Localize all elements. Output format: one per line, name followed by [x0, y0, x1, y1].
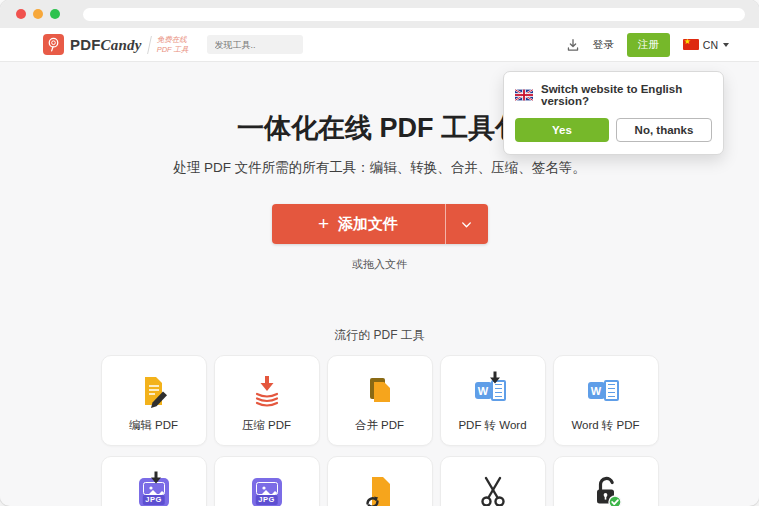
browser-window: PDFCandy 免费在线 PDF 工具 登录 注册 ★ CN 一体化: [0, 0, 759, 506]
popup-yes-button[interactable]: Yes: [515, 118, 609, 142]
pdfcandy-logo[interactable]: PDFCandy 免费在线 PDF 工具: [43, 34, 189, 55]
tool-card-merge-pdf[interactable]: 合并 PDF: [327, 355, 433, 446]
popup-no-button[interactable]: No, thanks: [616, 118, 712, 142]
tool-card-word-to-pdf[interactable]: W Word 转 PDF: [553, 355, 659, 446]
compress-pdf-icon: [249, 373, 285, 409]
chevron-down-icon: [723, 43, 729, 47]
tool-card-label: 合并 PDF: [355, 418, 404, 433]
convert-pdf-icon: [362, 474, 398, 506]
minimize-window-button[interactable]: [33, 9, 43, 19]
drag-drop-hint: 或拖入文件: [0, 257, 759, 272]
tool-card-label: PDF 转 Word: [458, 418, 526, 433]
header-actions: 登录 注册 ★ CN: [566, 33, 729, 57]
cn-flag-icon: ★: [683, 39, 699, 50]
close-window-button[interactable]: [16, 9, 26, 19]
jpg-to-pdf-icon: JPG: [136, 474, 172, 506]
tool-card-compress-pdf[interactable]: 压缩 PDF: [214, 355, 320, 446]
unlock-pdf-icon: [588, 474, 624, 506]
tool-card-unlock-pdf[interactable]: [553, 456, 659, 506]
language-selector[interactable]: ★ CN: [683, 39, 729, 51]
split-pdf-icon: [475, 474, 511, 506]
site-header: PDFCandy 免费在线 PDF 工具 登录 注册 ★ CN: [0, 28, 759, 62]
plus-icon: +: [318, 214, 329, 233]
page-subtitle: 处理 PDF 文件所需的所有工具：编辑、转换、合并、压缩、签名等。: [0, 159, 759, 177]
tool-card-pdf-to-word[interactable]: W PDF 转 Word: [440, 355, 546, 446]
browser-titlebar: [0, 0, 759, 28]
tool-search-input[interactable]: [207, 35, 303, 54]
uk-flag-icon: [515, 89, 533, 101]
download-icon[interactable]: [566, 38, 580, 52]
tool-card-pdf-to-jpg[interactable]: JPG: [214, 456, 320, 506]
login-link[interactable]: 登录: [593, 38, 614, 52]
zoom-window-button[interactable]: [50, 9, 60, 19]
tool-card-label: 压缩 PDF: [242, 418, 291, 433]
add-files-label: 添加文件: [338, 215, 398, 234]
tool-card-label: Word 转 PDF: [571, 418, 639, 433]
lollipop-logo-icon: [43, 34, 64, 55]
tool-card-edit-pdf[interactable]: 编辑 PDF: [101, 355, 207, 446]
add-files-button[interactable]: + 添加文件: [272, 204, 446, 244]
tool-card-convert-pdf[interactable]: [327, 456, 433, 506]
logo-tagline: 免费在线 PDF 工具: [157, 35, 189, 55]
tools-section-title: 流行的 PDF 工具: [0, 327, 759, 344]
tools-grid: 编辑 PDF 压缩 PDF: [101, 355, 659, 506]
pdf-to-jpg-icon: JPG: [249, 474, 285, 506]
tool-card-jpg-to-pdf[interactable]: JPG: [101, 456, 207, 506]
merge-pdf-icon: [362, 373, 398, 409]
brand-text: PDFCandy: [70, 36, 142, 54]
tool-card-label: 编辑 PDF: [129, 418, 178, 433]
popup-message: Switch website to English version?: [541, 83, 712, 107]
address-bar[interactable]: [83, 8, 745, 21]
register-button[interactable]: 注册: [627, 33, 670, 57]
add-files-dropdown-button[interactable]: [446, 204, 488, 244]
word-to-pdf-icon: W: [588, 373, 624, 409]
add-files-split-button: + 添加文件: [272, 204, 488, 244]
logo-divider: [147, 36, 152, 54]
tool-card-split-pdf[interactable]: [440, 456, 546, 506]
edit-pdf-icon: [136, 373, 172, 409]
pdf-to-word-icon: W: [475, 373, 511, 409]
language-code: CN: [703, 39, 718, 51]
language-switch-popup: Switch website to English version? Yes N…: [503, 71, 724, 155]
